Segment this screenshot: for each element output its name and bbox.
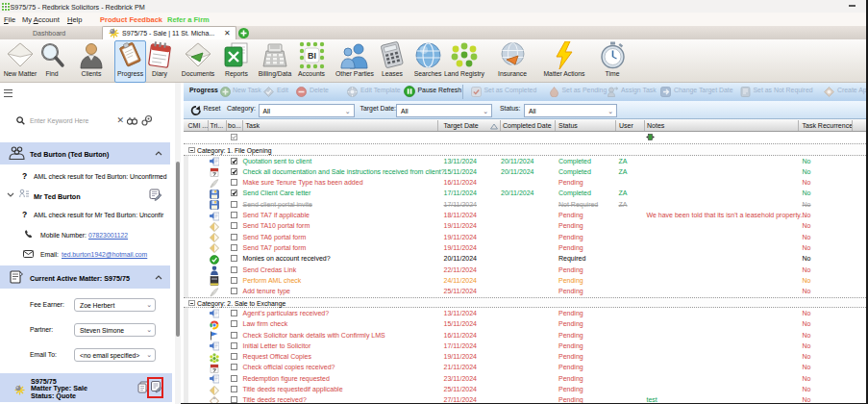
svg-text:BI: BI xyxy=(308,51,316,61)
